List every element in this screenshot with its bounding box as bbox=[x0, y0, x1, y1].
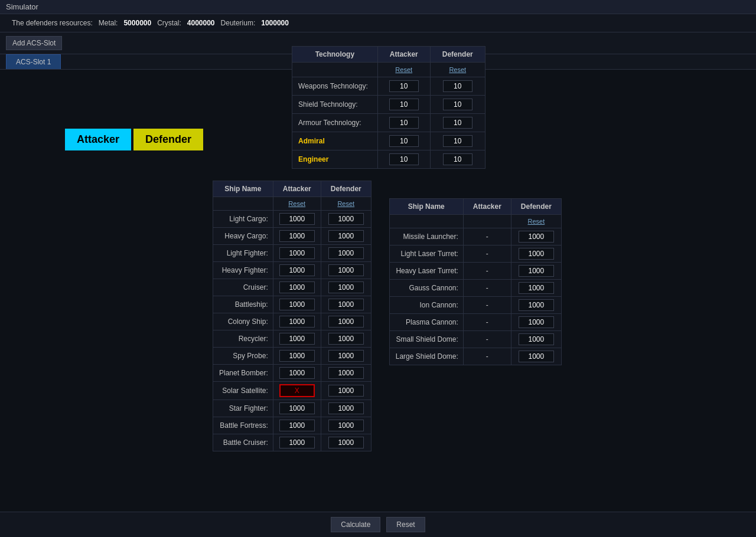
tech-defender-input-0[interactable] bbox=[443, 80, 472, 92]
defense-defender-reset[interactable]: Reset bbox=[527, 218, 545, 225]
defense-attacker-dash: - bbox=[463, 348, 511, 365]
ship-defender-input-7[interactable] bbox=[328, 333, 364, 345]
tech-defender-input-wrapper bbox=[430, 114, 485, 132]
ship-defender-input-5[interactable] bbox=[328, 299, 364, 310]
app-title: Simulator bbox=[6, 2, 38, 11]
role-buttons: Attacker Defender bbox=[65, 129, 203, 150]
ship-attacker-input-8[interactable] bbox=[279, 350, 315, 362]
defense-row-label: Small Shield Dome: bbox=[389, 331, 463, 348]
ship-attacker-input-10[interactable] bbox=[279, 384, 315, 397]
ship-attacker-input-wrapper bbox=[273, 211, 321, 228]
defense-row-label: Plasma Cannon: bbox=[389, 314, 463, 331]
ships-defender-reset[interactable]: Reset bbox=[337, 200, 354, 207]
add-acs-button[interactable]: Add ACS-Slot bbox=[6, 36, 62, 50]
ship-defender-input-11[interactable] bbox=[328, 402, 364, 414]
crystal-value: 4000000 bbox=[187, 19, 215, 27]
ship-row-label: Battleship: bbox=[213, 296, 273, 313]
ship-attacker-input-3[interactable] bbox=[279, 264, 315, 276]
defense-defender-input-7[interactable] bbox=[519, 351, 554, 362]
ship-attacker-input-1[interactable] bbox=[279, 230, 315, 242]
defense-defender-input-2[interactable] bbox=[519, 265, 554, 277]
ship-attacker-input-13[interactable] bbox=[279, 437, 315, 448]
ship-attacker-input-11[interactable] bbox=[279, 402, 315, 414]
ship-defender-input-1[interactable] bbox=[328, 230, 364, 242]
defense-defender-input-wrapper bbox=[511, 228, 561, 245]
ship-attacker-input-6[interactable] bbox=[279, 316, 315, 328]
defense-defender-input-3[interactable] bbox=[519, 282, 554, 294]
tech-row-label: Weapons Technology: bbox=[292, 77, 378, 96]
ship-defender-input-13[interactable] bbox=[328, 437, 364, 448]
tech-attacker-reset[interactable]: Reset bbox=[395, 66, 412, 73]
tech-col-defender: Defender bbox=[430, 47, 485, 63]
calculate-button[interactable]: Calculate bbox=[331, 517, 380, 532]
ship-attacker-input-5[interactable] bbox=[279, 299, 315, 310]
defense-attacker-dash: - bbox=[463, 245, 511, 263]
ship-attacker-input-9[interactable] bbox=[279, 367, 315, 379]
defense-row-label: Light Laser Turret: bbox=[389, 245, 463, 263]
tech-defender-reset[interactable]: Reset bbox=[449, 66, 466, 73]
resources-prefix: The defenders resources: bbox=[12, 19, 93, 27]
acs-tab-1[interactable]: ACS-Slot 1 bbox=[6, 54, 61, 69]
ship-attacker-input-0[interactable] bbox=[279, 213, 315, 225]
ship-defender-input-4[interactable] bbox=[328, 281, 364, 293]
crystal-label: Crystal: bbox=[157, 19, 181, 27]
tech-defender-input-1[interactable] bbox=[443, 99, 472, 110]
ship-defender-input-2[interactable] bbox=[328, 247, 364, 259]
defense-defender-input-0[interactable] bbox=[519, 231, 554, 243]
defense-defender-input-1[interactable] bbox=[519, 248, 554, 260]
defense-row-label: Missile Launcher: bbox=[389, 228, 463, 245]
defense-defender-input-wrapper bbox=[511, 280, 561, 297]
tech-defender-input-wrapper bbox=[430, 96, 485, 114]
ship-attacker-input-7[interactable] bbox=[279, 333, 315, 345]
ship-defender-input-0[interactable] bbox=[328, 213, 364, 225]
defense-table-wrapper: Ship Name Attacker Defender Reset Missil… bbox=[389, 198, 562, 365]
tech-attacker-input-4[interactable] bbox=[389, 153, 419, 165]
ship-defender-input-wrapper bbox=[321, 417, 371, 434]
bottom-bar: Calculate Reset bbox=[0, 512, 756, 537]
tech-attacker-input-1[interactable] bbox=[389, 99, 419, 110]
ships-attacker-reset[interactable]: Reset bbox=[288, 200, 305, 207]
defense-defender-input-wrapper bbox=[511, 297, 561, 314]
defense-defender-input-4[interactable] bbox=[519, 299, 554, 311]
defense-defender-input-6[interactable] bbox=[519, 333, 554, 345]
ship-defender-input-12[interactable] bbox=[328, 420, 364, 431]
tech-row-label: Engineer bbox=[292, 150, 378, 169]
ship-attacker-input-wrapper bbox=[273, 400, 321, 417]
ship-row-label: Solar Satellite: bbox=[213, 382, 273, 400]
ship-defender-input-3[interactable] bbox=[328, 264, 364, 276]
defense-defender-input-5[interactable] bbox=[519, 316, 554, 328]
tech-attacker-input-3[interactable] bbox=[389, 135, 419, 147]
ship-defender-input-9[interactable] bbox=[328, 367, 364, 379]
ship-defender-input-wrapper bbox=[321, 434, 371, 451]
ships-col-name: Ship Name bbox=[213, 181, 273, 197]
tech-attacker-input-wrapper bbox=[377, 150, 430, 169]
ship-attacker-input-wrapper bbox=[273, 417, 321, 434]
ship-defender-input-10[interactable] bbox=[328, 385, 364, 397]
ship-row-label: Heavy Cargo: bbox=[213, 228, 273, 245]
title-bar: Simulator bbox=[0, 0, 756, 14]
ship-defender-input-wrapper bbox=[321, 348, 371, 365]
tech-attacker-input-2[interactable] bbox=[389, 117, 419, 129]
defense-defender-input-wrapper bbox=[511, 263, 561, 280]
ship-defender-input-8[interactable] bbox=[328, 350, 364, 362]
ship-attacker-input-wrapper bbox=[273, 382, 321, 400]
defense-row-label: Heavy Laser Turret: bbox=[389, 263, 463, 280]
tech-attacker-input-0[interactable] bbox=[389, 80, 419, 92]
tech-defender-input-wrapper bbox=[430, 132, 485, 150]
defense-row-label: Ion Cannon: bbox=[389, 297, 463, 314]
tech-defender-input-3[interactable] bbox=[443, 135, 472, 147]
tech-defender-input-2[interactable] bbox=[443, 117, 472, 129]
ship-attacker-input-2[interactable] bbox=[279, 247, 315, 259]
attacker-button[interactable]: Attacker bbox=[65, 129, 131, 150]
tech-attacker-input-wrapper bbox=[377, 96, 430, 114]
defense-attacker-dash: - bbox=[463, 297, 511, 314]
defense-attacker-dash: - bbox=[463, 314, 511, 331]
ship-attacker-input-12[interactable] bbox=[279, 420, 315, 431]
ship-defender-input-6[interactable] bbox=[328, 316, 364, 328]
ship-attacker-input-4[interactable] bbox=[279, 281, 315, 293]
ship-row-label: Spy Probe: bbox=[213, 348, 273, 365]
tech-defender-input-4[interactable] bbox=[443, 153, 472, 165]
defender-button[interactable]: Defender bbox=[133, 129, 203, 150]
reset-button[interactable]: Reset bbox=[386, 517, 425, 532]
defense-table: Ship Name Attacker Defender Reset Missil… bbox=[389, 198, 562, 365]
